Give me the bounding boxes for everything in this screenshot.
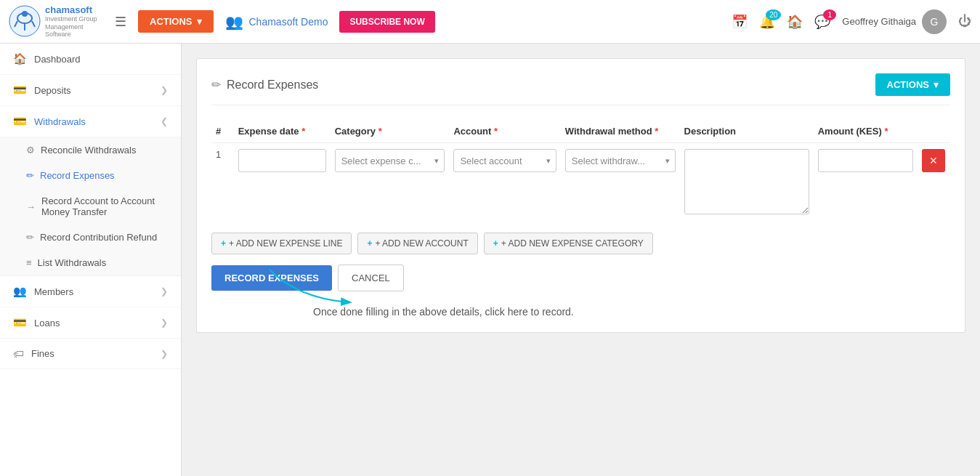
messages-icon[interactable]: 💬 1 [814,14,830,30]
sidebar-item-fines[interactable]: 🏷 Fines ❯ [0,339,181,369]
svg-point-2 [22,11,28,17]
sidebar-item-members[interactable]: 👥 Members ❯ [0,276,181,307]
action-buttons-row: + + ADD NEW EXPENSE LINE + + ADD NEW ACC… [211,233,950,254]
loans-icon: 💳 [13,316,27,329]
group-icon: 👥 [225,13,243,31]
annotation-arrow-svg [226,262,371,306]
description-textarea[interactable] [684,149,809,214]
calendar-icon[interactable]: 📅 [732,14,748,30]
navbar-right: 📅 🔔 20 🏠 💬 1 Geoffrey Githaiga G ⏻ [732,9,971,34]
pencil-title-icon: ✏ [211,78,221,92]
plus-icon-line: + [221,238,226,249]
navbar-actions-button[interactable]: ACTIONS ▾ [138,10,214,33]
remove-row-cell: ✕ [918,143,950,223]
transfer-icon: → [26,201,36,212]
page-title: ✏ Record Expenses [211,78,318,92]
row-number: 1 [211,143,234,223]
reconcile-icon: ⚙ [26,145,35,156]
sidebar: 🏠 Dashboard 💳 Deposits ❯ 💳 Withdrawals ❮… [0,44,182,476]
sidebar-item-loans[interactable]: 💳 Loans ❯ [0,307,181,339]
chevron-down-sidebar-icon: ❮ [161,116,168,126]
refund-icon: ✏ [26,232,34,243]
amount-input[interactable] [818,149,913,172]
page-header: ✏ Record Expenses ACTIONS ▾ [211,73,950,105]
withdrawal-method-select[interactable]: Select withdraw... [565,149,676,172]
sidebar-sub-record-expenses[interactable]: ✏ Record Expenses [0,163,181,188]
chevron-down-icon: ▾ [197,16,202,27]
chevron-fines-icon: ❯ [161,349,168,359]
brand-name: chamasoft [45,4,103,15]
table-row: 1 Select expense c... ▾ [211,143,950,223]
home-sidebar-icon: 🏠 [13,52,27,65]
col-header-num: # [211,120,234,143]
sidebar-item-deposits[interactable]: 💳 Deposits ❯ [0,75,181,106]
sidebar-sub-contribution-refund[interactable]: ✏ Record Contribution Refund [0,225,181,250]
col-header-action [918,120,950,143]
expense-table: # Expense date * Category * Account [211,120,950,222]
plus-icon-category: + [493,238,498,249]
sidebar-sub-list-withdrawals[interactable]: ≡ List Withdrawals [0,250,181,275]
col-header-description: Description [680,120,814,143]
home-icon[interactable]: 🏠 [787,14,803,30]
sidebar-sub-account-transfer[interactable]: → Record Account to Account Money Transf… [0,188,181,225]
avatar: G [922,9,947,34]
page-actions-button[interactable]: ACTIONS ▾ [875,73,951,96]
brand-tagline: Investment Group Management Software [45,15,103,39]
members-icon: 👥 [13,285,27,298]
add-expense-line-button[interactable]: + + ADD NEW EXPENSE LINE [211,233,352,254]
category-cell: Select expense c... ▾ [331,143,450,223]
chevron-loans-icon: ❯ [161,318,168,328]
col-header-category: Category * [331,120,450,143]
category-select[interactable]: Select expense c... [335,149,445,172]
annotation-area: Once done filling in the above details, … [211,306,950,318]
deposits-icon: 💳 [13,84,27,97]
add-account-button[interactable]: + + ADD NEW ACCOUNT [357,233,477,254]
content-card: ✏ Record Expenses ACTIONS ▾ # Expe [196,58,965,333]
user-menu[interactable]: Geoffrey Githaiga G [842,9,947,34]
withdrawals-submenu: ⚙ Reconcile Withdrawals ✏ Record Expense… [0,137,181,276]
account-cell: Select account ▾ [449,143,560,223]
amount-cell [814,143,918,223]
plus-icon-account: + [367,238,372,249]
col-header-amount: Amount (KES) * [814,120,918,143]
chevron-members-icon: ❯ [161,286,168,297]
withdrawals-icon: 💳 [13,115,27,128]
notifications-icon[interactable]: 🔔 20 [759,14,775,30]
annotation-text: Once done filling in the above details, … [313,306,950,318]
subscribe-button[interactable]: SUBSCRIBE NOW [339,11,434,33]
description-cell [680,143,814,223]
add-expense-category-button[interactable]: + + ADD NEW EXPENSE CATEGORY [484,233,653,254]
category-select-wrapper: Select expense c... ▾ [335,149,445,172]
col-header-account: Account * [449,120,560,143]
svg-point-0 [9,6,40,36]
main-content: ✏ Record Expenses ACTIONS ▾ # Expe [182,44,980,476]
logout-icon[interactable]: ⏻ [958,14,971,29]
hamburger-icon[interactable]: ☰ [115,14,126,30]
col-header-expense-date: Expense date * [234,120,331,143]
account-select[interactable]: Select account [453,149,556,172]
sidebar-item-dashboard[interactable]: 🏠 Dashboard [0,44,181,75]
list-icon: ≡ [26,257,32,268]
withdrawal-select-wrapper: Select withdraw... ▾ [565,149,676,172]
group-selector[interactable]: 👥 Chamasoft Demo [225,13,328,31]
fines-icon: 🏷 [13,347,24,360]
expense-date-cell [234,143,331,223]
col-header-withdrawal-method: Withdrawal method * [561,120,680,143]
remove-row-button[interactable]: ✕ [922,149,945,172]
chevron-right-icon: ❯ [161,85,168,95]
sidebar-sub-reconcile[interactable]: ⚙ Reconcile Withdrawals [0,137,181,163]
withdrawal-method-cell: Select withdraw... ▾ [561,143,680,223]
chevron-down-actions-icon: ▾ [934,79,939,90]
navbar: chamasoft Investment Group Management So… [0,0,980,44]
expense-date-input[interactable] [238,149,326,172]
pencil-icon: ✏ [26,170,34,181]
account-select-wrapper: Select account ▾ [453,149,556,172]
sidebar-item-withdrawals[interactable]: 💳 Withdrawals ❮ [0,106,181,137]
brand-logo: chamasoft Investment Group Management So… [9,4,103,39]
